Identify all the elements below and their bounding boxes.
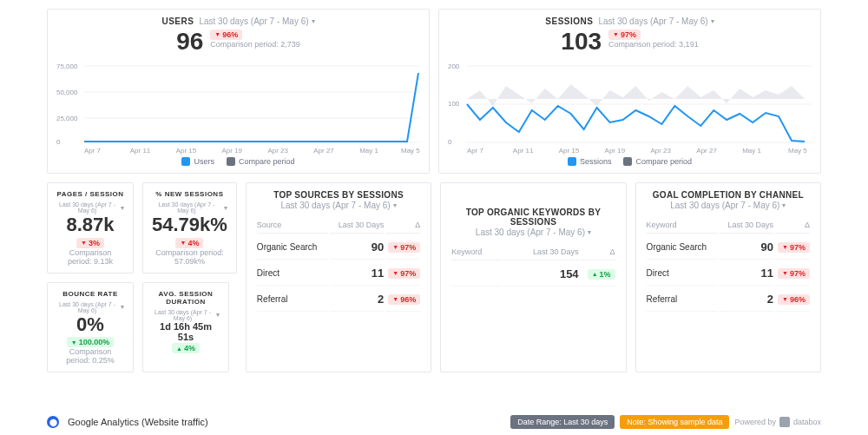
top-sources-table: SourceLast 30 DaysΔ Organic Search90▼97%…	[255, 215, 422, 313]
svg-text:25,000: 25,000	[56, 115, 78, 122]
avg-duration-value: 1d 16h 45m 51s	[152, 321, 220, 342]
avg-duration-title: AVG. SESSION DURATION	[152, 290, 220, 306]
databox-icon	[779, 417, 790, 427]
table-row: Referral2▼96%	[647, 287, 810, 312]
table-row: Organic Search90▼97%	[257, 235, 420, 260]
organic-keywords-table: KeywordLast 30 DaysΔ 154▲1%	[450, 242, 616, 288]
analytics-icon: ⬤	[47, 416, 59, 428]
sessions-legend: Sessions Compare period	[448, 157, 812, 166]
sessions-comparison: Comparison period: 3,191	[608, 40, 699, 49]
svg-text:Apr 19: Apr 19	[222, 147, 243, 155]
footer-source: Google Analytics (Website traffic)	[68, 417, 208, 427]
users-range[interactable]: Last 30 days (Apr 7 - May 6)▾	[199, 16, 314, 26]
users-card: USERS Last 30 days (Apr 7 - May 6)▾ 96 ▼…	[47, 9, 430, 174]
sessions-delta-badge: ▼97%	[608, 30, 641, 40]
svg-text:Apr 7: Apr 7	[467, 147, 484, 155]
down-icon: ▼	[613, 31, 619, 37]
table-row: Direct11▼97%	[647, 261, 810, 286]
svg-text:Apr 27: Apr 27	[313, 147, 334, 155]
svg-text:Apr 7: Apr 7	[84, 147, 102, 155]
users-value: 96	[176, 28, 203, 56]
sessions-title: SESSIONS	[545, 16, 593, 26]
svg-text:Apr 23: Apr 23	[650, 147, 671, 155]
svg-text:May 5: May 5	[788, 147, 807, 155]
bounce-value: 0%	[56, 313, 124, 336]
svg-text:0: 0	[448, 138, 452, 146]
table-row: Referral2▼96%	[257, 287, 420, 312]
svg-text:Apr 11: Apr 11	[513, 147, 534, 155]
svg-text:Apr 15: Apr 15	[559, 147, 580, 155]
date-range-pill[interactable]: Date Range: Last 30 days	[510, 415, 615, 429]
bounce-card: BOUNCE RATE Last 30 days (Apr 7 - May 6)…	[47, 282, 134, 373]
legend-sessions[interactable]: Sessions	[568, 157, 612, 166]
svg-text:Apr 11: Apr 11	[130, 147, 151, 155]
svg-text:50,000: 50,000	[56, 89, 78, 96]
table-row: Direct11▼97%	[257, 261, 420, 286]
bounce-delta: ▼100.00%	[67, 337, 114, 347]
organic-keywords-title: TOP ORGANIC KEYWORDS BY SESSIONS	[450, 208, 616, 227]
sessions-chart: 2001000 Apr 7Apr 11Apr 15Apr 19Apr 23Apr…	[448, 56, 812, 155]
legend-users[interactable]: Users	[181, 157, 214, 166]
svg-text:May 5: May 5	[401, 147, 420, 155]
new-sessions-value: 54.79k%	[152, 214, 227, 236]
sessions-value: 103	[561, 28, 602, 56]
svg-text:0: 0	[56, 138, 61, 146]
pages-session-value: 8.87k	[56, 214, 124, 236]
pages-session-title: PAGES / SESSION	[56, 190, 124, 198]
top-sources-card: TOP SOURCES BY SESSIONS Last 30 days (Ap…	[246, 182, 431, 372]
table-row: Organic Search90▼97%	[647, 235, 810, 260]
table-row: 154▲1%	[451, 262, 615, 287]
avg-duration-card: AVG. SESSION DURATION Last 30 days (Apr …	[142, 282, 229, 373]
top-sources-title: TOP SOURCES BY SESSIONS	[255, 190, 422, 200]
powered-by: Powered bydatabox	[734, 417, 821, 427]
pages-session-delta: ▼3%	[76, 238, 104, 248]
down-icon: ▼	[214, 31, 220, 37]
users-delta-badge: ▼96%	[210, 30, 242, 40]
users-comparison: Comparison period: 2,739	[210, 40, 300, 49]
avg-duration-delta: ▲4%	[172, 343, 200, 353]
legend-compare-2[interactable]: Compare period	[623, 157, 692, 166]
svg-text:May 1: May 1	[742, 147, 761, 155]
goal-completion-table: KeywordLast 30 DaysΔ Organic Search90▼97…	[645, 215, 812, 313]
chevron-down-icon: ▾	[312, 17, 315, 25]
chevron-down-icon: ▾	[711, 17, 714, 25]
pages-session-card: PAGES / SESSION Last 30 days (Apr 7 - Ma…	[47, 182, 134, 274]
sessions-range[interactable]: Last 30 days (Apr 7 - May 6)▾	[598, 16, 713, 26]
users-chart: 75,00050,00025,0000 Apr 7Apr 11Apr 15Apr…	[56, 56, 420, 155]
new-sessions-card: % NEW SESSIONS Last 30 days (Apr 7 - May…	[142, 182, 237, 274]
footer: ⬤ Google Analytics (Website traffic) Dat…	[0, 409, 868, 435]
svg-text:Apr 23: Apr 23	[267, 147, 288, 155]
svg-text:Apr 15: Apr 15	[176, 147, 197, 155]
sessions-card: SESSIONS Last 30 days (Apr 7 - May 6)▾ 1…	[438, 9, 821, 174]
svg-text:May 1: May 1	[359, 147, 378, 155]
new-sessions-title: % NEW SESSIONS	[152, 190, 227, 198]
svg-text:200: 200	[448, 63, 460, 70]
goal-completion-title: GOAL COMPLETION BY CHANNEL	[645, 190, 812, 200]
legend-compare[interactable]: Compare period	[227, 157, 295, 166]
users-title: USERS	[161, 16, 194, 26]
note-pill: Note: Showing sample data	[620, 415, 729, 429]
svg-text:Apr 19: Apr 19	[605, 147, 626, 155]
new-sessions-delta: ▼4%	[175, 238, 203, 248]
svg-text:75,000: 75,000	[56, 63, 78, 70]
organic-keywords-card: TOP ORGANIC KEYWORDS BY SESSIONS Last 30…	[440, 182, 626, 372]
bounce-title: BOUNCE RATE	[56, 290, 124, 298]
svg-text:100: 100	[448, 100, 460, 108]
goal-completion-card: GOAL COMPLETION BY CHANNEL Last 30 days …	[635, 182, 821, 372]
svg-text:Apr 27: Apr 27	[696, 147, 717, 155]
users-legend: Users Compare period	[56, 157, 420, 166]
